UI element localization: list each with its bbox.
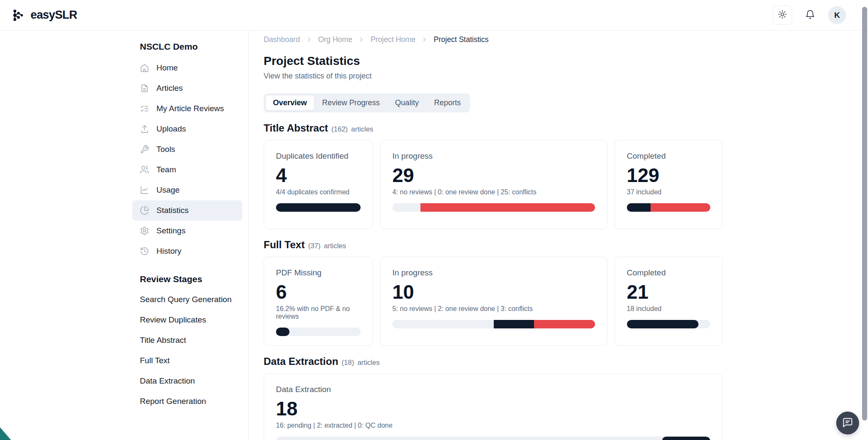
team-icon: [140, 165, 149, 174]
page-scrollbar: [861, 0, 868, 440]
sidebar-item-label: Tools: [156, 145, 175, 154]
stat-card-subtext: 18 included: [627, 305, 710, 313]
sidebar-item-tools[interactable]: Tools: [132, 139, 242, 160]
card-row: Data Extraction1816: pending | 2: extrac…: [264, 373, 723, 440]
sidebar-item-settings[interactable]: Settings: [132, 221, 242, 241]
progress-segment-navy: [494, 320, 534, 328]
section-header: Data Extraction(18)articles: [264, 356, 868, 367]
chat-fab-button[interactable]: [836, 412, 859, 434]
progress-segment-red: [534, 320, 595, 328]
progress-segment-red: [651, 203, 710, 212]
sidebar-item-statistics[interactable]: Statistics: [132, 200, 242, 221]
review-stage-title-abstract[interactable]: Title Abstract: [132, 330, 242, 350]
stat-card-label: In progress: [392, 268, 595, 277]
tab-quality[interactable]: Quality: [388, 95, 426, 110]
review-stage-review-duplicates[interactable]: Review Duplicates: [132, 310, 242, 330]
sidebar-item-label: History: [156, 247, 181, 256]
sidebar-item-history[interactable]: History: [132, 241, 242, 261]
review-stage-data-extraction[interactable]: Data Extraction: [132, 371, 242, 391]
progress-bar: [392, 203, 595, 212]
sidebar-item-label: Statistics: [156, 206, 189, 215]
stat-card-subtext: 5: no reviews | 2: one review done | 3: …: [392, 305, 595, 313]
progress-segment-navy: [627, 320, 698, 328]
progress-bar: [627, 203, 710, 212]
statistics-sections: Title Abstract(162)articlesDuplicates Id…: [264, 122, 868, 440]
stat-card-label: Completed: [627, 268, 710, 277]
notifications-button[interactable]: [805, 9, 815, 21]
sidebar-item-team[interactable]: Team: [132, 160, 242, 180]
stat-card-pdf-missing: PDF Missing616.2% with no PDF & no revie…: [264, 257, 373, 346]
stat-card-value: 21: [627, 281, 710, 303]
progress-segment-navy: [276, 328, 289, 336]
review-stages-nav: Search Query GenerationReview Duplicates…: [132, 289, 242, 412]
card-row: Duplicates Identified44/4 duplicates con…: [264, 140, 723, 229]
section-title: Data Extraction: [264, 356, 338, 367]
chevron-right-icon: [358, 36, 365, 43]
progress-bar: [276, 328, 361, 336]
scrollbar-thumb[interactable]: [862, 7, 867, 420]
progress-segment-track: [276, 437, 662, 440]
sidebar: NSCLC Demo HomeArticlesMy Article Review…: [0, 31, 249, 440]
section-title-abstract: Title Abstract(162)articlesDuplicates Id…: [264, 122, 868, 229]
tab-review-progress[interactable]: Review Progress: [315, 95, 387, 110]
sidebar-item-usage[interactable]: Usage: [132, 180, 242, 200]
home-icon: [140, 63, 149, 73]
topbar-actions: K: [773, 6, 846, 25]
avatar[interactable]: K: [828, 6, 846, 24]
review-stage-search-query-generation[interactable]: Search Query Generation: [132, 289, 242, 310]
breadcrumb-link-project-home[interactable]: Project Home: [370, 35, 415, 44]
section-article-count: (37): [308, 242, 320, 250]
progress-segment-track: [392, 320, 494, 328]
stat-card-subtext: 16.2% with no PDF & no reviews: [276, 305, 361, 320]
theme-toggle-button[interactable]: [773, 6, 792, 25]
stat-card-label: Completed: [627, 151, 710, 161]
logo-text: easySLR: [31, 8, 77, 22]
card-row: PDF Missing616.2% with no PDF & no revie…: [264, 257, 723, 346]
stat-card-in-progress: In progress294: no reviews | 0: one revi…: [380, 140, 607, 229]
progress-bar: [276, 437, 710, 440]
tab-overview[interactable]: Overview: [266, 95, 314, 110]
sidebar-item-label: My Article Reviews: [156, 104, 224, 113]
tab-reports[interactable]: Reports: [427, 95, 468, 110]
review-stages-title: Review Stages: [132, 274, 242, 284]
stat-card-label: In progress: [392, 151, 595, 161]
gear-icon: [140, 226, 149, 235]
sidebar-item-uploads[interactable]: Uploads: [132, 119, 242, 139]
sidebar-item-articles[interactable]: Articles: [132, 78, 242, 98]
section-unit-label: articles: [351, 125, 373, 133]
pie-chart-icon: [140, 206, 149, 215]
main-content: DashboardOrg HomeProject HomeProject Sta…: [249, 31, 868, 440]
stat-card-subtext: 4/4 duplicates confirmed: [276, 188, 361, 196]
review-stage-full-text[interactable]: Full Text: [132, 350, 242, 371]
project-name: NSCLC Demo: [132, 42, 242, 52]
progress-segment-navy: [627, 203, 651, 212]
sun-icon: [777, 9, 787, 21]
progress-segment-navy: [662, 437, 710, 440]
sidebar-item-label: Articles: [156, 84, 183, 93]
stat-card-value: 6: [276, 281, 361, 303]
stat-card-label: PDF Missing: [276, 268, 361, 277]
progress-bar: [627, 320, 710, 328]
stat-card-data-extraction: Data Extraction1816: pending | 2: extrac…: [264, 373, 723, 440]
section-data-extraction: Data Extraction(18)articlesData Extracti…: [264, 356, 868, 440]
stat-card-label: Duplicates Identified: [276, 151, 361, 161]
sidebar-item-label: Settings: [156, 226, 186, 235]
progress-segment-red: [420, 203, 595, 212]
sidebar-item-label: Home: [156, 63, 178, 73]
stat-card-label: Data Extraction: [276, 385, 710, 394]
section-title: Full Text: [264, 239, 305, 251]
checklist-icon: [140, 104, 149, 113]
app-logo[interactable]: easySLR: [12, 8, 77, 22]
articles-icon: [140, 84, 149, 93]
sidebar-item-my-article-reviews[interactable]: My Article Reviews: [132, 98, 242, 119]
breadcrumb-link-dashboard[interactable]: Dashboard: [264, 35, 300, 44]
breadcrumb-link-org-home[interactable]: Org Home: [318, 35, 353, 44]
review-stage-report-generation[interactable]: Report Generation: [132, 391, 242, 412]
sidebar-item-home[interactable]: Home: [132, 58, 242, 78]
app-shell: NSCLC Demo HomeArticlesMy Article Review…: [0, 31, 868, 440]
section-unit-label: articles: [324, 242, 346, 250]
chevron-right-icon: [421, 36, 428, 43]
stat-card-completed: Completed12937 included: [615, 140, 723, 229]
stat-card-value: 18: [276, 398, 710, 420]
breadcrumb-current: Project Statistics: [434, 35, 488, 44]
